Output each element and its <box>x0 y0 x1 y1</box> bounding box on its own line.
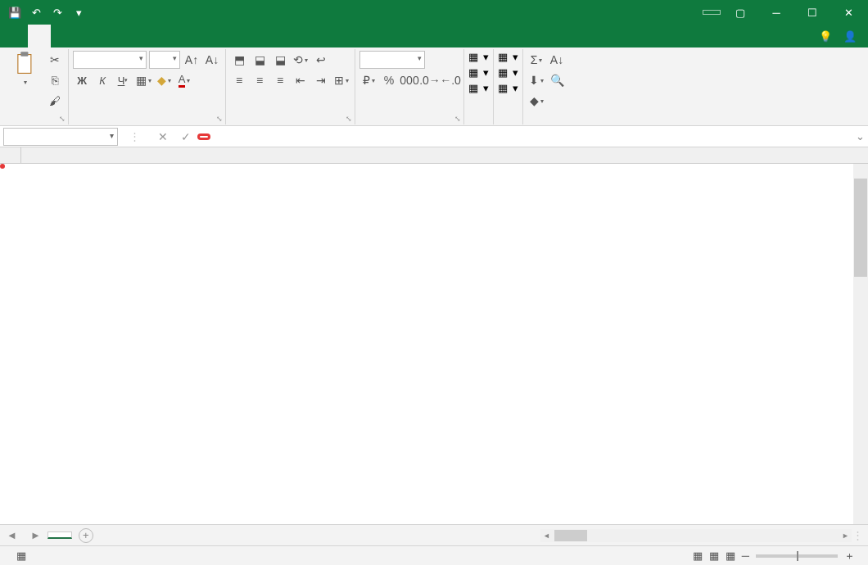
group-number: ₽ % 000 .0→ ←.0 <box>355 49 464 124</box>
vertical-scrollbar[interactable] <box>853 164 868 541</box>
currency-icon[interactable]: ₽ <box>359 71 377 89</box>
decrease-decimal-icon[interactable]: ←.0 <box>441 71 459 89</box>
increase-decimal-icon[interactable]: .0→ <box>421 71 439 89</box>
font-size-combo[interactable] <box>149 51 180 69</box>
delete-cells-button[interactable]: ▦ ▾ <box>498 66 518 79</box>
new-sheet-button[interactable]: + <box>79 528 93 543</box>
autosum-icon[interactable]: Σ <box>527 51 545 69</box>
macro-record-icon[interactable]: ▦ <box>16 550 26 562</box>
undo-icon[interactable]: ↶ <box>26 2 46 22</box>
align-right-icon[interactable]: ≡ <box>271 71 289 89</box>
zoom-slider[interactable] <box>756 554 838 558</box>
number-format-combo[interactable] <box>359 51 425 69</box>
sheet-nav-prev-icon[interactable]: ◄ <box>0 529 24 541</box>
cut-icon[interactable]: ✂ <box>46 51 64 69</box>
tab-insert[interactable] <box>51 25 74 47</box>
tab-view[interactable] <box>165 25 188 47</box>
conditional-formatting-button[interactable]: ▦ ▾ <box>468 51 489 63</box>
tab-home[interactable] <box>28 25 51 47</box>
select-all-corner[interactable] <box>0 147 21 163</box>
expand-formula-bar-icon[interactable]: ⌄ <box>852 130 868 142</box>
group-styles: ▦ ▾ ▦ ▾ ▦ ▾ <box>464 49 494 124</box>
tab-layout[interactable] <box>74 25 97 47</box>
svg-rect-1 <box>20 52 28 57</box>
fill-icon[interactable]: ⬇ <box>527 71 545 89</box>
copy-icon[interactable]: ⎘ <box>46 71 64 89</box>
sheet-tab[interactable] <box>47 531 72 539</box>
cell-styles-button[interactable]: ▦ ▾ <box>468 82 489 94</box>
ribbon-tabs: 💡 👤 <box>0 25 868 47</box>
enter-formula-icon[interactable]: ✓ <box>181 130 191 143</box>
format-painter-icon[interactable]: 🖌 <box>46 92 64 110</box>
fill-color-icon[interactable]: ◆ <box>155 71 173 89</box>
sort-filter-icon[interactable]: A↓ <box>548 51 566 69</box>
wrap-text-icon[interactable]: ↩ <box>312 51 330 69</box>
formula-bar[interactable] <box>219 128 852 146</box>
align-left-icon[interactable]: ≡ <box>230 71 248 89</box>
tab-developer[interactable] <box>188 25 211 47</box>
italic-button[interactable]: К <box>93 71 111 89</box>
cancel-formula-icon[interactable]: ✕ <box>158 130 168 143</box>
redo-icon[interactable]: ↷ <box>47 2 67 22</box>
group-alignment: ⬒ ⬓ ⬓ ⟲ ↩ ≡ ≡ ≡ ⇤ ⇥ ⊞ <box>226 49 355 124</box>
tab-review[interactable] <box>142 25 165 47</box>
formula-bar-row: ⋮ ✕ ✓ ⌄ <box>0 126 868 147</box>
zoom-out-icon[interactable]: ─ <box>742 550 749 562</box>
align-center-icon[interactable]: ≡ <box>251 71 269 89</box>
insert-cells-button[interactable]: ▦ ▾ <box>498 51 518 63</box>
worksheet-grid[interactable] <box>0 147 868 524</box>
view-normal-icon[interactable]: ▦ <box>693 550 703 562</box>
status-bar: ▦ ▦ ▦ ▦ ─ ＋ <box>0 545 868 565</box>
comma-icon[interactable]: 000 <box>400 71 418 89</box>
name-box[interactable] <box>3 128 118 146</box>
group-font: A↑ A↓ Ж К Ч▾ ▦ ◆ A <box>69 49 226 124</box>
clear-icon[interactable]: ◆ <box>527 92 545 110</box>
quick-access-toolbar: 💾 ↶ ↷ ▾ <box>0 2 88 22</box>
format-as-table-button[interactable]: ▦ ▾ <box>468 66 489 79</box>
find-select-icon[interactable]: 🔍 <box>548 71 566 89</box>
decrease-indent-icon[interactable]: ⇤ <box>292 71 310 89</box>
insert-function-button[interactable] <box>197 133 210 140</box>
save-icon[interactable]: 💾 <box>5 2 25 22</box>
close-icon[interactable]: ✕ <box>832 0 865 25</box>
underline-button[interactable]: Ч▾ <box>114 71 132 89</box>
group-cells: ▦ ▾ ▦ ▾ ▦ ▾ <box>494 49 523 124</box>
titlebar: 💾 ↶ ↷ ▾ ▢ ─ ☐ ✕ <box>0 0 868 25</box>
ribbon-options-icon[interactable]: ▢ <box>724 0 757 25</box>
increase-indent-icon[interactable]: ⇥ <box>312 71 330 89</box>
tab-formulas[interactable] <box>97 25 120 47</box>
tab-data[interactable] <box>120 25 142 47</box>
zoom-in-icon[interactable]: ＋ <box>844 549 855 563</box>
tab-file[interactable] <box>5 25 28 47</box>
qat-customize-icon[interactable]: ▾ <box>69 2 88 22</box>
sheet-nav-next-icon[interactable]: ► <box>24 529 47 541</box>
increase-font-icon[interactable]: A↑ <box>183 51 201 69</box>
view-layout-icon[interactable]: ▦ <box>709 550 719 562</box>
align-bottom-icon[interactable]: ⬓ <box>271 51 289 69</box>
format-cells-button[interactable]: ▦ ▾ <box>498 82 518 94</box>
group-clipboard: ▾ ✂ ⎘ 🖌 <box>3 49 69 124</box>
font-name-combo[interactable] <box>73 51 147 69</box>
percent-icon[interactable]: % <box>380 71 398 89</box>
tab-help[interactable] <box>211 25 234 47</box>
view-pagebreak-icon[interactable]: ▦ <box>726 550 735 562</box>
align-middle-icon[interactable]: ⬓ <box>251 51 269 69</box>
login-button[interactable] <box>703 10 721 15</box>
merge-icon[interactable]: ⊞ <box>332 71 350 89</box>
font-color-icon[interactable]: A <box>175 71 193 89</box>
share-button[interactable]: 👤 <box>843 30 857 43</box>
orientation-icon[interactable]: ⟲ <box>292 51 310 69</box>
tell-me-button[interactable]: 💡 <box>819 30 832 43</box>
minimize-icon[interactable]: ─ <box>760 0 793 25</box>
decrease-font-icon[interactable]: A↓ <box>203 51 221 69</box>
ribbon: ▾ ✂ ⎘ 🖌 A↑ A↓ Ж К Ч▾ ▦ ◆ A <box>0 47 868 126</box>
group-editing: Σ A↓ ⬇ 🔍 ◆ <box>523 49 570 124</box>
horizontal-scrollbar[interactable]: ◄ ► <box>540 529 852 542</box>
paste-button[interactable]: ▾ <box>7 51 43 86</box>
align-top-icon[interactable]: ⬒ <box>230 51 248 69</box>
borders-icon[interactable]: ▦ <box>134 71 152 89</box>
bold-button[interactable]: Ж <box>73 71 91 89</box>
active-cell-highlight <box>0 164 5 169</box>
maximize-icon[interactable]: ☐ <box>796 0 829 25</box>
svg-rect-0 <box>18 55 31 74</box>
